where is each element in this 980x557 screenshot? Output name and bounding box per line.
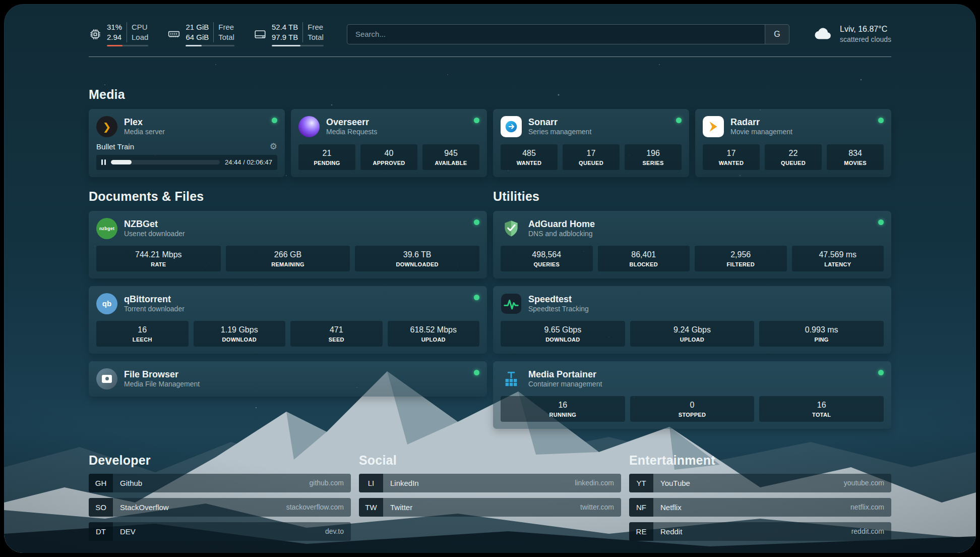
service-card-adguard[interactable]: AdGuard Home DNS and adblocking 498,564Q… <box>493 211 891 278</box>
card-title: Overseerr <box>326 117 377 128</box>
service-card-filebrowser[interactable]: File Browser Media File Management <box>89 361 487 397</box>
service-card-overseerr[interactable]: Overseerr Media Requests 21PENDING 40APP… <box>291 109 487 177</box>
service-card-qbittorrent[interactable]: qb qBittorrent Torrent downloader 16LEEC… <box>89 286 487 354</box>
section-title-developer: Developer <box>89 453 351 468</box>
section-title-documents: Documents & Files <box>89 189 487 204</box>
disk-free-label: Free <box>308 22 324 32</box>
search-provider-button[interactable]: G <box>765 25 789 44</box>
bookmark-dev[interactable]: DT DEV dev.to <box>89 522 351 541</box>
card-subtitle: DNS and adblocking <box>528 230 595 239</box>
service-card-plex[interactable]: ❯ Plex Media server Bullet Train ⚙ <box>89 109 285 177</box>
service-card-radarr[interactable]: Radarr Movie management 17WANTED 22QUEUE… <box>695 109 891 177</box>
bookmark-netflix[interactable]: NF Netflix netflix.com <box>629 498 891 517</box>
memory-free-value: 21 GiB <box>186 22 209 32</box>
bookmark-name: Reddit <box>653 527 682 536</box>
bookmark-name: DEV <box>113 527 136 536</box>
weather-location: Lviv, 16.87°C <box>840 24 891 35</box>
service-card-nzbget[interactable]: nzbget NZBGet Usenet downloader 744.21 M… <box>89 211 487 278</box>
bookmark-group-entertainment: Entertainment YT YouTube youtube.com NF … <box>629 453 891 541</box>
stat-available: 945AVAILABLE <box>422 144 479 170</box>
status-dot <box>474 295 479 300</box>
memory-icon <box>167 28 180 41</box>
disk-widget: 52.4 TB 97.9 TB Free Total <box>254 22 324 46</box>
bookmark-linkedin[interactable]: LI LinkedIn linkedin.com <box>359 474 621 492</box>
card-title: Plex <box>124 117 165 128</box>
bookmark-abbr: TW <box>359 498 383 517</box>
bookmark-url: stackoverflow.com <box>286 503 351 511</box>
stat-rate: 744.21 MbpsRATE <box>96 246 221 271</box>
utilities-section: Utilities AdGuard Home DNS and <box>493 189 891 429</box>
bookmark-url: twitter.com <box>580 503 621 511</box>
memory-total-label: Total <box>218 32 234 42</box>
playback-progress-track[interactable] <box>111 160 220 164</box>
status-dot <box>474 370 479 375</box>
bookmark-abbr: YT <box>629 474 653 492</box>
disk-usage-bar <box>272 45 324 46</box>
status-dot <box>878 118 884 123</box>
bookmark-abbr: LI <box>359 474 383 492</box>
bookmark-youtube[interactable]: YT YouTube youtube.com <box>629 474 891 492</box>
stat-stopped: 0STOPPED <box>630 396 755 422</box>
section-title-utilities: Utilities <box>493 189 891 204</box>
speedtest-icon <box>501 293 522 314</box>
stat-total: 16TOTAL <box>759 396 884 422</box>
bookmark-twitter[interactable]: TW Twitter twitter.com <box>359 498 621 517</box>
stat-wanted: 17WANTED <box>703 144 760 170</box>
bookmark-stackoverflow[interactable]: SO StackOverflow stackoverflow.com <box>89 498 351 517</box>
bookmark-name: LinkedIn <box>383 479 419 487</box>
search-input[interactable] <box>347 25 765 44</box>
portainer-icon <box>501 368 522 389</box>
stat-queued: 22QUEUED <box>765 144 822 170</box>
memory-total-value: 64 GiB <box>186 32 209 42</box>
settings-gear-icon[interactable]: ⚙ <box>270 142 277 151</box>
stat-series: 196SERIES <box>625 144 682 170</box>
weather-widget: Lviv, 16.87°C scattered clouds <box>813 23 891 46</box>
card-title: Media Portainer <box>528 369 602 380</box>
service-card-portainer[interactable]: Media Portainer Container management 16R… <box>493 361 891 429</box>
media-section: Media ❯ Plex Media server Bullet Train ⚙ <box>89 87 891 177</box>
bookmark-abbr: SO <box>89 498 113 517</box>
dashboard-window: 31% 2.94 CPU Load <box>4 4 976 553</box>
stat-wanted: 485WANTED <box>501 144 558 170</box>
card-title: NZBGet <box>124 218 185 230</box>
cpu-usage-value: 31% <box>107 22 122 32</box>
service-card-speedtest[interactable]: Speedtest Speedtest Tracking 9.65 GbpsDO… <box>493 286 891 354</box>
now-playing-progress: 24:44 / 02:06:47 <box>96 155 277 170</box>
status-dot <box>676 118 682 123</box>
stat-remaining: 266 GBREMAINING <box>226 246 350 271</box>
card-subtitle: Media File Management <box>124 380 200 389</box>
stat-movies: 834MOVIES <box>827 144 884 170</box>
section-title-entertainment: Entertainment <box>629 453 891 468</box>
stat-queries: 498,564QUERIES <box>501 246 593 271</box>
cloud-icon <box>813 23 834 46</box>
bookmark-url: reddit.com <box>851 527 891 535</box>
disk-free-value: 52.4 TB <box>272 22 298 32</box>
adguard-icon <box>501 218 522 239</box>
overseerr-icon <box>298 116 320 137</box>
resource-widgets: 31% 2.94 CPU Load <box>89 22 324 46</box>
pause-icon[interactable] <box>101 159 106 165</box>
bookmark-url: netflix.com <box>850 503 891 511</box>
bookmark-url: linkedin.com <box>575 479 621 487</box>
bookmark-name: Twitter <box>383 503 412 512</box>
status-dot <box>272 118 277 123</box>
memory-widget: 21 GiB 64 GiB Free Total <box>167 22 234 46</box>
disk-total-value: 97.9 TB <box>272 32 298 42</box>
filebrowser-icon <box>96 368 117 389</box>
stat-pending: 21PENDING <box>298 144 355 170</box>
qbittorrent-icon: qb <box>96 293 117 314</box>
service-card-sonarr[interactable]: Sonarr Series management 485WANTED 17QUE… <box>493 109 689 177</box>
now-playing-title: Bullet Train <box>96 142 134 151</box>
bookmark-group-social: Social LI LinkedIn linkedin.com TW Twitt… <box>359 453 621 517</box>
sonarr-icon <box>501 116 522 137</box>
bookmark-url: github.com <box>310 479 351 487</box>
bookmark-abbr: GH <box>89 474 113 492</box>
bookmark-github[interactable]: GH Github github.com <box>89 474 351 492</box>
bookmark-name: StackOverflow <box>113 503 169 512</box>
card-subtitle: Usenet downloader <box>124 230 185 239</box>
bookmark-reddit[interactable]: RE Reddit reddit.com <box>629 522 891 541</box>
stat-download: 9.65 GbpsDOWNLOAD <box>501 321 625 347</box>
card-title: Radarr <box>730 117 792 128</box>
nzbget-icon: nzbget <box>96 218 117 239</box>
cpu-load-value: 2.94 <box>107 32 122 42</box>
